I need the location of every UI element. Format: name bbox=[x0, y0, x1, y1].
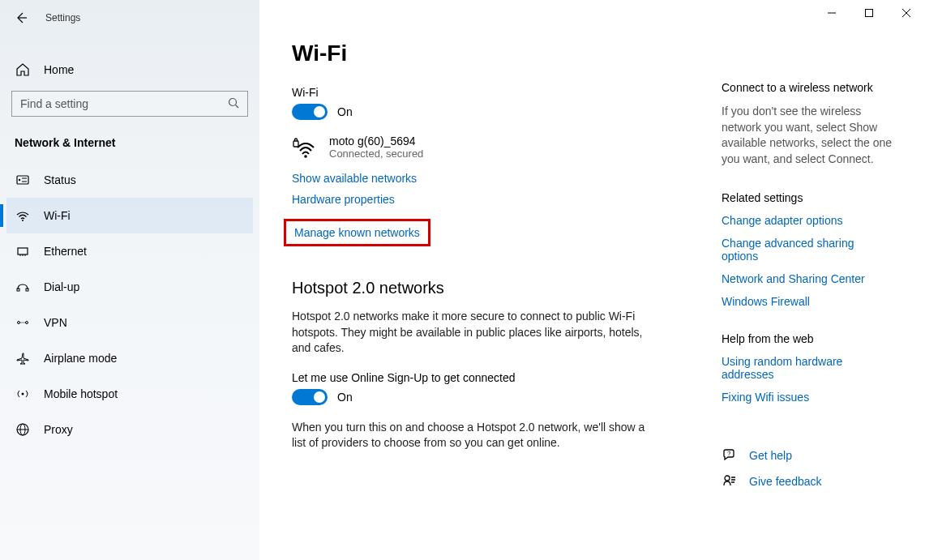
svg-point-3 bbox=[19, 179, 20, 181]
wifi-section-label: Wi-Fi bbox=[292, 86, 681, 99]
network-status: Connected, secured bbox=[329, 147, 423, 160]
aside-help-heading: Help from the web bbox=[722, 332, 893, 345]
ethernet-icon bbox=[15, 243, 31, 259]
link-windows-firewall[interactable]: Windows Firewall bbox=[722, 295, 893, 308]
link-manage-known-networks[interactable]: Manage known networks bbox=[294, 226, 420, 239]
home-icon bbox=[15, 62, 31, 78]
svg-line-1 bbox=[236, 105, 239, 109]
svg-rect-11 bbox=[17, 289, 19, 291]
sidebar-item-wifi[interactable]: Wi-Fi bbox=[6, 198, 253, 233]
search-input[interactable] bbox=[19, 96, 228, 111]
link-fixing-wifi-issues[interactable]: Fixing Wifi issues bbox=[722, 391, 893, 404]
wifi-secure-icon bbox=[292, 135, 318, 160]
svg-point-0 bbox=[229, 99, 237, 106]
hotspot-toggle-label: Let me use Online Sign-Up to get connect… bbox=[292, 371, 681, 384]
svg-point-6 bbox=[22, 220, 24, 221]
sidebar-home[interactable]: Home bbox=[6, 55, 253, 84]
link-change-advanced-sharing[interactable]: Change advanced sharing options bbox=[722, 237, 893, 263]
sidebar-item-label: Mobile hotspot bbox=[44, 387, 118, 400]
link-hardware-properties[interactable]: Hardware properties bbox=[292, 193, 681, 206]
hotspot-description: Hotspot 2.0 networks make it more secure… bbox=[292, 309, 649, 357]
maximize-button[interactable] bbox=[850, 0, 888, 26]
vpn-icon bbox=[15, 314, 31, 331]
content-column: Wi-Fi Wi-Fi On moto g(60)_5694 Connected… bbox=[292, 0, 681, 560]
link-change-adapter-options[interactable]: Change adapter options bbox=[722, 214, 893, 227]
svg-rect-12 bbox=[26, 289, 28, 291]
wifi-toggle-state: On bbox=[337, 105, 353, 118]
titlebar-left: Settings bbox=[6, 0, 253, 36]
sidebar-item-proxy[interactable]: Proxy bbox=[6, 412, 253, 447]
sidebar-item-dialup[interactable]: Dial-up bbox=[6, 269, 253, 305]
hotspot-toggle-row: On bbox=[292, 389, 681, 405]
hotspot-heading: Hotspot 2.0 networks bbox=[292, 279, 681, 297]
aside-related-heading: Related settings bbox=[722, 191, 893, 204]
airplane-icon bbox=[15, 350, 31, 366]
feedback-icon bbox=[722, 473, 738, 489]
minimize-button[interactable] bbox=[813, 0, 850, 26]
sidebar-item-label: Airplane mode bbox=[44, 352, 117, 365]
page-title: Wi-Fi bbox=[292, 41, 681, 66]
svg-point-13 bbox=[18, 322, 20, 324]
help-icon: ? bbox=[722, 447, 738, 464]
sidebar-item-airplane[interactable]: Airplane mode bbox=[6, 340, 253, 376]
svg-rect-21 bbox=[866, 10, 873, 17]
svg-point-16 bbox=[22, 393, 24, 395]
sidebar: Settings Home Network & Internet Status … bbox=[0, 0, 259, 560]
close-button[interactable] bbox=[888, 0, 925, 26]
svg-text:?: ? bbox=[727, 450, 731, 457]
status-icon bbox=[15, 172, 31, 188]
connected-network[interactable]: moto g(60)_5694 Connected, secured bbox=[292, 135, 681, 160]
get-help-row[interactable]: ? Get help bbox=[722, 447, 893, 464]
link-network-sharing-center[interactable]: Network and Sharing Center bbox=[722, 272, 893, 285]
link-show-available-networks[interactable]: Show available networks bbox=[292, 172, 681, 185]
proxy-icon bbox=[15, 421, 31, 438]
hotspot-footer: When you turn this on and choose a Hotsp… bbox=[292, 420, 649, 451]
app-title: Settings bbox=[45, 12, 80, 24]
window-controls bbox=[813, 0, 925, 26]
wifi-icon bbox=[15, 207, 31, 224]
wifi-toggle[interactable] bbox=[292, 104, 328, 120]
sidebar-item-ethernet[interactable]: Ethernet bbox=[6, 233, 253, 269]
sidebar-item-label: Ethernet bbox=[44, 245, 87, 258]
sidebar-item-label: Dial-up bbox=[44, 280, 79, 293]
network-name: moto g(60)_5694 bbox=[329, 135, 423, 147]
sidebar-item-hotspot[interactable]: Mobile hotspot bbox=[6, 376, 253, 412]
sidebar-item-vpn[interactable]: VPN bbox=[6, 305, 253, 340]
highlighted-selection: Manage known networks bbox=[284, 219, 430, 246]
svg-point-27 bbox=[725, 476, 730, 481]
sidebar-item-label: VPN bbox=[44, 316, 67, 329]
svg-rect-7 bbox=[18, 248, 28, 254]
aside-column: Connect to a wireless network If you don… bbox=[681, 0, 893, 560]
give-feedback-row[interactable]: Give feedback bbox=[722, 473, 893, 489]
svg-point-24 bbox=[304, 155, 307, 158]
wifi-toggle-row: On bbox=[292, 104, 681, 120]
main-area: Wi-Fi Wi-Fi On moto g(60)_5694 Connected… bbox=[259, 0, 925, 560]
search-icon bbox=[228, 97, 241, 110]
sidebar-home-label: Home bbox=[44, 63, 74, 76]
sidebar-nav: Status Wi-Fi Ethernet Dial-up VPN Airpla… bbox=[6, 162, 253, 447]
aside-connect-heading: Connect to a wireless network bbox=[722, 81, 893, 94]
dialup-icon bbox=[15, 279, 31, 295]
svg-rect-25 bbox=[293, 141, 298, 147]
hotspot-icon bbox=[15, 386, 31, 402]
search-box[interactable] bbox=[11, 91, 248, 117]
sidebar-item-status[interactable]: Status bbox=[6, 162, 253, 198]
link-random-hw-addresses[interactable]: Using random hardware addresses bbox=[722, 355, 893, 381]
sidebar-category: Network & Internet bbox=[6, 123, 253, 156]
back-icon[interactable] bbox=[13, 10, 29, 26]
svg-point-14 bbox=[26, 322, 28, 324]
sidebar-item-label: Proxy bbox=[44, 423, 73, 436]
sidebar-item-label: Wi-Fi bbox=[44, 209, 71, 222]
link-get-help[interactable]: Get help bbox=[749, 449, 792, 462]
aside-connect-desc: If you don't see the wireless network yo… bbox=[722, 104, 893, 167]
hotspot-toggle-state: On bbox=[337, 391, 353, 404]
hotspot-toggle[interactable] bbox=[292, 389, 328, 405]
sidebar-item-label: Status bbox=[44, 173, 76, 186]
link-give-feedback[interactable]: Give feedback bbox=[749, 475, 822, 488]
